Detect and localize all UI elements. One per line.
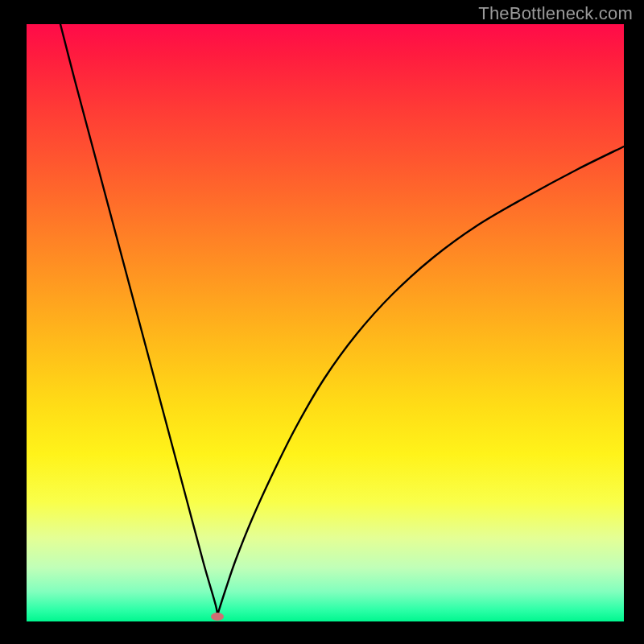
bottleneck-curve bbox=[0, 0, 644, 644]
watermark-text: TheBottleneck.com bbox=[478, 3, 633, 24]
chart-frame: TheBottleneck.com bbox=[0, 0, 644, 644]
minimum-marker bbox=[211, 613, 224, 621]
